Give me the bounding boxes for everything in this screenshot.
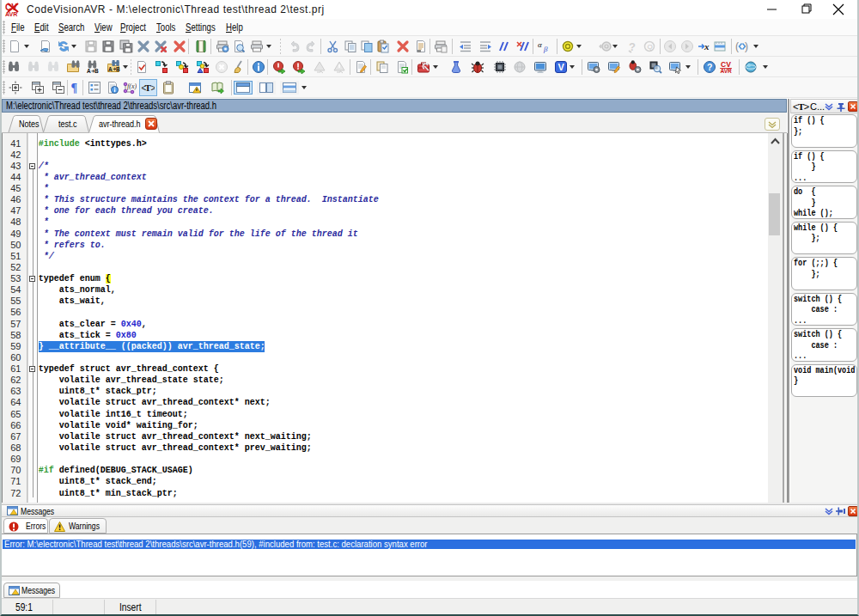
svg-text:Q: Q — [648, 43, 653, 51]
svg-text:¶: ¶ — [71, 82, 78, 95]
svg-text:AVR: AVR — [5, 11, 17, 16]
svg-text:B: B — [116, 66, 120, 72]
svg-text:x: x — [704, 41, 710, 52]
svg-text:>: > — [151, 83, 155, 93]
svg-text:β: β — [543, 45, 548, 53]
svg-text:V: V — [558, 62, 565, 72]
svg-text:AVR: AVR — [721, 68, 733, 74]
svg-text:?: ? — [707, 62, 712, 72]
svg-text:A: A — [108, 66, 113, 72]
svg-text:f(x): f(x) — [127, 82, 137, 90]
svg-text:α: α — [538, 40, 542, 49]
svg-text:A: A — [87, 68, 91, 74]
svg-text:B: B — [94, 68, 99, 74]
svg-text:(: ( — [735, 40, 739, 52]
